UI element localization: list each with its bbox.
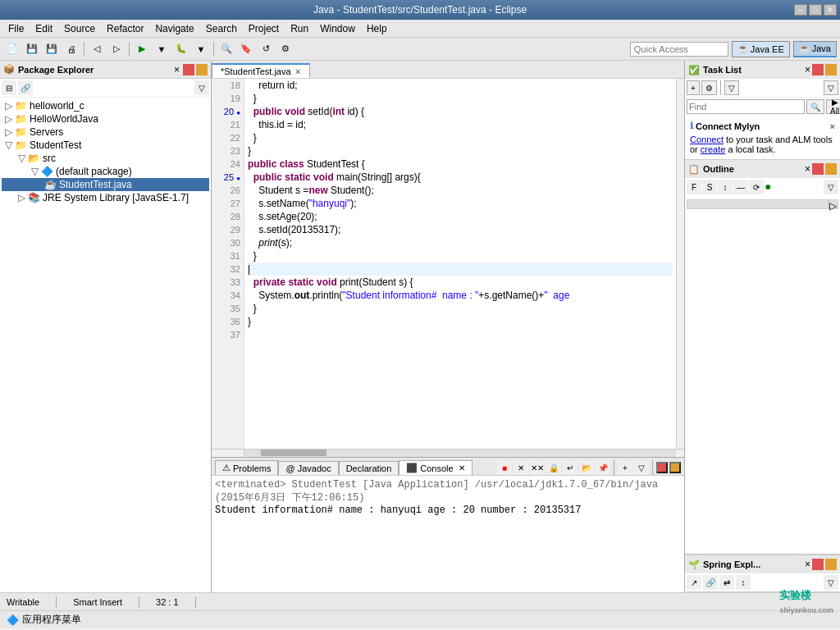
menu-file[interactable]: File (3, 21, 29, 36)
save-button[interactable]: 💾 (23, 40, 41, 58)
new-task-btn[interactable]: + (687, 80, 700, 95)
tree-item-jre-library[interactable]: ▷ 📚 JRE System Library [JavaSE-1.7] (2, 191, 209, 204)
run-dropdown[interactable]: ▼ (153, 40, 171, 58)
task-settings-btn[interactable]: ⚙ (701, 80, 717, 95)
scroll-lock-btn[interactable]: 🔒 (546, 460, 561, 475)
outline-min[interactable] (812, 163, 824, 175)
menu-source[interactable]: Source (59, 21, 100, 36)
outline-hscroll[interactable] (687, 199, 829, 209)
spring-max[interactable] (825, 559, 837, 570)
app-label[interactable]: 应用程序菜单 (22, 613, 81, 627)
print-button[interactable]: 🖨 (62, 40, 80, 58)
view-menu-btn[interactable]: ▽ (194, 80, 209, 95)
editor-hscroll[interactable] (212, 449, 684, 457)
menu-window[interactable]: Window (315, 21, 360, 36)
java-ee-perspective[interactable]: ☕ Java EE (732, 41, 790, 57)
expand-outline-btn[interactable]: ● (765, 180, 771, 194)
new-console-btn[interactable]: + (618, 460, 632, 475)
quick-access-input[interactable] (630, 42, 728, 57)
open-file-btn[interactable]: 📂 (579, 460, 594, 475)
close-spring[interactable]: × (805, 559, 810, 570)
tree-item-default-package[interactable]: ▽ 🔷 (default package) (2, 165, 209, 178)
hscroll-track[interactable] (244, 450, 676, 457)
outline-view-menu[interactable]: ▽ (824, 180, 838, 194)
minimize-panel-button[interactable]: × (174, 64, 180, 75)
task-collapse-btn[interactable]: ▽ (824, 80, 838, 95)
panel-max-btn[interactable] (196, 64, 208, 75)
tab-declaration[interactable]: Declaration (339, 461, 399, 475)
tree-item-helloworld-c[interactable]: ▷ 📁 helloworld_c (2, 99, 209, 112)
code-area[interactable]: return id; } public void setId(int id) {… (244, 79, 676, 449)
terminate-btn[interactable]: ■ (497, 460, 512, 475)
menu-project[interactable]: Project (244, 21, 284, 36)
tree-item-studenttest-project[interactable]: ▽ 📁 StudentTest (2, 139, 209, 152)
menu-search[interactable]: Search (201, 21, 242, 36)
prev-edit-button[interactable]: ◁ (88, 40, 106, 58)
panel-min-btn[interactable] (183, 64, 194, 75)
editor-scrollbar[interactable] (676, 79, 684, 449)
close-task-list[interactable]: × (805, 64, 810, 75)
menu-refactor[interactable]: Refactor (102, 21, 148, 36)
tab-close-icon[interactable]: ✕ (294, 67, 301, 76)
task-list-min[interactable] (812, 64, 824, 75)
tab-console[interactable]: ⬛ Console ✕ (399, 460, 472, 475)
remove-all-btn[interactable]: ✕✕ (530, 460, 545, 475)
save-all-button[interactable]: 💾 (43, 40, 61, 58)
run-button[interactable]: ▶ (133, 40, 151, 58)
task-list-max[interactable] (825, 64, 837, 75)
spring-btn1[interactable]: ↗ (687, 575, 701, 590)
menu-edit[interactable]: Edit (30, 21, 57, 36)
properties-button[interactable]: ⚙ (276, 40, 294, 58)
tree-item-servers[interactable]: ▷ 📁 Servers (2, 126, 209, 139)
all-btn[interactable]: ▶ All (826, 99, 840, 114)
console-max-btn[interactable] (669, 462, 681, 473)
new-button[interactable]: 📄 (3, 40, 21, 58)
bookmark-button[interactable]: 🔖 (237, 40, 255, 58)
hscroll-thumb[interactable] (261, 450, 326, 456)
menu-run[interactable]: Run (285, 21, 313, 36)
collapse-all-btn[interactable]: ⊟ (2, 80, 16, 95)
connect-link[interactable]: Connect (690, 135, 724, 144)
remove-launch-btn[interactable]: ✕ (514, 460, 528, 475)
display-selected-btn[interactable]: ▽ (634, 460, 649, 475)
console-tab-close[interactable]: ✕ (459, 463, 465, 472)
outline-max[interactable] (825, 163, 837, 175)
window-controls[interactable]: ─ □ ✕ (794, 4, 837, 16)
sort-btn[interactable]: ↕ (718, 180, 733, 194)
hide-static-btn[interactable]: S (702, 180, 717, 194)
close-mylyn[interactable]: × (830, 121, 835, 131)
menu-navigate[interactable]: Navigate (150, 21, 199, 36)
link-editor-btn[interactable]: 🔗 (18, 80, 33, 95)
menu-help[interactable]: Help (362, 21, 392, 36)
search-button[interactable]: 🔍 (217, 40, 235, 58)
find-input[interactable] (687, 99, 805, 114)
refresh-button[interactable]: ↺ (257, 40, 275, 58)
close-outline[interactable]: × (805, 163, 810, 175)
hide-fields-btn[interactable]: F (687, 180, 701, 194)
spring-btn3[interactable]: ⇄ (719, 575, 734, 590)
spring-btn4[interactable]: ↕ (736, 575, 751, 590)
minimize-button[interactable]: ─ (794, 4, 807, 16)
sync-btn[interactable]: ⟳ (749, 180, 764, 194)
find-btn[interactable]: 🔍 (806, 99, 824, 114)
tree-item-helloworldjava[interactable]: ▷ 📁 HelloWorldJava (2, 112, 209, 126)
tab-problems[interactable]: ⚠ Problems (215, 460, 278, 475)
spring-btn2[interactable]: 🔗 (703, 575, 718, 590)
hide-nondef-btn[interactable]: — (733, 180, 748, 194)
tab-javadoc[interactable]: @ Javadoc (278, 461, 338, 475)
debug-button[interactable]: 🐛 (172, 40, 190, 58)
outline-scroll-right[interactable]: ▷ (829, 199, 838, 209)
next-edit-button[interactable]: ▷ (107, 40, 126, 58)
task-view-btn[interactable]: ▽ (724, 80, 739, 95)
create-link[interactable]: create (701, 144, 726, 154)
editor-tab-studenttest[interactable]: *StudentTest.java ✕ (212, 63, 310, 78)
debug-dropdown[interactable]: ▼ (192, 40, 210, 58)
restore-button[interactable]: □ (809, 4, 822, 16)
close-button[interactable]: ✕ (824, 4, 837, 16)
java-perspective[interactable]: ☕ Java (793, 41, 837, 57)
word-wrap-btn[interactable]: ↵ (563, 460, 578, 475)
tree-item-src[interactable]: ▽ 📂 src (2, 152, 209, 165)
console-min-btn[interactable] (656, 462, 668, 473)
tree-item-studenttest-java[interactable]: ☕ StudentTest.java (2, 178, 209, 191)
pin-console-btn[interactable]: 📌 (596, 460, 610, 475)
